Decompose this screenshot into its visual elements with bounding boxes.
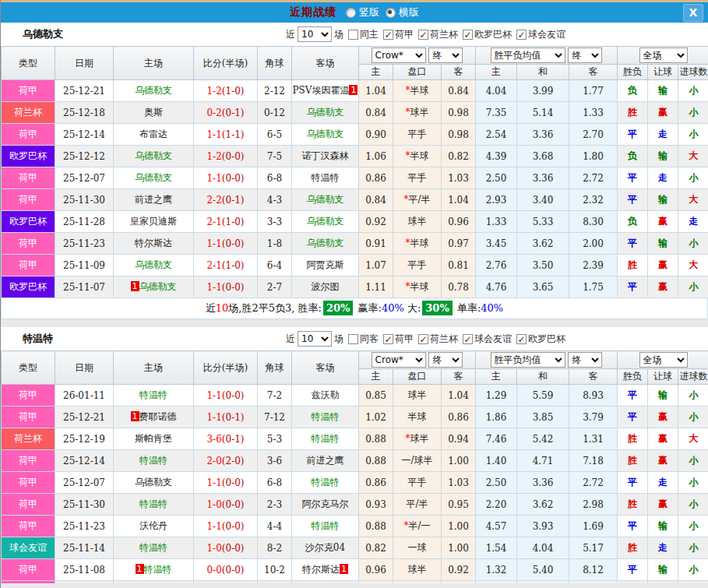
goals-result-cell: 小 bbox=[678, 385, 708, 407]
league-filter-checkbox[interactable] bbox=[463, 334, 473, 344]
handicap-result-cell: 输 bbox=[648, 516, 678, 537]
score-cell: 2-1(1-0) bbox=[194, 211, 258, 233]
league-filter-checkbox[interactable] bbox=[418, 30, 428, 40]
same-venue-checkbox[interactable] bbox=[348, 30, 358, 40]
games-count-select[interactable]: 10 bbox=[298, 331, 332, 347]
match-scope-select[interactable]: 全场 bbox=[639, 352, 688, 368]
league-filter-label[interactable]: 荷甲 bbox=[395, 28, 414, 41]
mean-cell: 3.62 bbox=[517, 494, 569, 516]
handicap-result-cell: 赢 bbox=[648, 494, 678, 516]
col-header: 类型 bbox=[2, 351, 55, 385]
mean-cell: 2.54 bbox=[476, 124, 517, 146]
odds-source-select[interactable]: Crow* bbox=[372, 48, 426, 63]
goals-result-cell: 小 bbox=[678, 102, 708, 124]
horizontal-mode-label[interactable]: 横版 bbox=[399, 5, 419, 19]
match-scope-select[interactable]: 全场 bbox=[639, 48, 688, 63]
section-header: 特温特近10场同客荷甲荷兰杯球会友谊欧罗巴杯 bbox=[1, 327, 708, 350]
mean-cell: 3.62 bbox=[517, 233, 569, 255]
odds-source-select[interactable]: Crow* bbox=[372, 352, 426, 368]
close-icon[interactable]: X bbox=[683, 4, 703, 22]
goals-result-cell: 大 bbox=[678, 189, 708, 211]
result-cell: 平 bbox=[618, 516, 648, 537]
sub-col-header: 主 bbox=[476, 369, 517, 385]
handicap-result-cell: 输 bbox=[648, 385, 678, 407]
mean-final-select[interactable]: 终 bbox=[568, 352, 602, 368]
goals-result-cell: 小 bbox=[678, 472, 708, 494]
same-venue-checkbox[interactable] bbox=[348, 334, 358, 344]
away-team-cell: 特温特 bbox=[292, 407, 359, 428]
corners-cell: 2-12 bbox=[258, 80, 292, 102]
league-filter-checkbox[interactable] bbox=[383, 30, 393, 40]
league-filter-label[interactable]: 荷兰杯 bbox=[430, 28, 458, 41]
mean-cell: 2.39 bbox=[569, 255, 618, 276]
goals-result-cell: 小 bbox=[678, 167, 708, 189]
sub-col-header: 让球 bbox=[648, 369, 678, 385]
team-name: 奥斯 bbox=[144, 107, 163, 118]
date-cell: 25-12-21 bbox=[55, 80, 114, 102]
home-team-cell: 布雷达 bbox=[114, 124, 194, 146]
league-filter-label[interactable]: 欧罗巴杯 bbox=[528, 333, 565, 346]
section-divider bbox=[1, 319, 708, 327]
horizontal-mode-radio[interactable] bbox=[386, 8, 396, 18]
team-name: 乌德勒支 bbox=[135, 259, 172, 270]
corners-cell: 7-5 bbox=[258, 146, 292, 167]
mean-type-select[interactable]: 胜平负均值 bbox=[491, 352, 565, 368]
result-cell: 平 bbox=[618, 167, 648, 189]
odds-away-cell: 1.00 bbox=[442, 450, 476, 472]
team-name: 诺丁汉森林 bbox=[302, 150, 349, 161]
section-header: 乌德勒支近10场同主荷甲荷兰杯欧罗巴杯球会友谊 bbox=[1, 23, 708, 46]
mean-type-select[interactable]: 胜平负均值 bbox=[491, 48, 565, 63]
corners-cell: 5-3 bbox=[258, 428, 292, 450]
vertical-mode-radio[interactable] bbox=[346, 8, 356, 18]
team-name: 前进之鹰 bbox=[135, 194, 172, 205]
league-filter-checkbox[interactable] bbox=[516, 334, 527, 344]
date-cell: 25-12-07 bbox=[55, 472, 114, 494]
score-cell: 3-6(0-1) bbox=[194, 428, 258, 450]
league-badge: 荷甲 bbox=[2, 494, 55, 516]
table-row: 荷甲25-11-23沃伦丹1-1(0-0)4-4特温特0.88*半/一1.004… bbox=[2, 516, 708, 537]
team-name: PSV埃因霍温 bbox=[293, 85, 350, 96]
mean-cell: 8.12 bbox=[569, 559, 618, 581]
same-venue-label[interactable]: 同主 bbox=[360, 28, 379, 41]
league-filter-label[interactable]: 球会友谊 bbox=[528, 28, 565, 41]
league-filter-label[interactable]: 荷甲 bbox=[395, 333, 414, 346]
away-team-cell: 乌德勒支 bbox=[292, 124, 359, 146]
mean-final-select[interactable]: 终 bbox=[568, 48, 602, 63]
table-row: 欧罗巴杯25-11-071乌德勒支1-1(0-0)2-7波尔图1.11*半球0.… bbox=[2, 276, 708, 298]
league-badge: 荷兰杯 bbox=[2, 102, 55, 124]
result-cell: 负 bbox=[618, 80, 648, 102]
handicap-text: 球半 bbox=[408, 389, 427, 400]
date-cell: 25-12-12 bbox=[55, 146, 114, 167]
mean-cell: 3.65 bbox=[517, 276, 569, 298]
league-filter-checkbox[interactable] bbox=[383, 334, 393, 344]
summary-segment: 40% bbox=[481, 302, 503, 314]
team-name: 特温特 bbox=[139, 455, 167, 466]
league-filter-label[interactable]: 荷兰杯 bbox=[430, 333, 458, 346]
games-count-select[interactable]: 10 bbox=[298, 26, 332, 42]
odds-away-cell: 1.00 bbox=[442, 516, 476, 537]
vertical-mode-label[interactable]: 竖版 bbox=[359, 5, 379, 19]
home-team-cell: 皇家贝迪斯 bbox=[114, 211, 194, 233]
league-filter-checkbox[interactable] bbox=[516, 30, 527, 40]
mean-cell: 2.93 bbox=[476, 189, 517, 211]
odds-away-cell: 0.86 bbox=[442, 407, 476, 428]
odds-final-select[interactable]: 终 bbox=[428, 48, 463, 63]
corners-cell: 6-8 bbox=[258, 167, 292, 189]
date-cell: 25-11-09 bbox=[55, 255, 114, 276]
odds-line-cell: *半球 bbox=[393, 233, 442, 255]
league-filter-label[interactable]: 球会友谊 bbox=[474, 333, 512, 346]
team-section-1: 特温特近10场同客荷甲荷兰杯球会友谊欧罗巴杯类型日期主场比分(半场)角球客场Cr… bbox=[1, 327, 708, 588]
odds-final-select[interactable]: 终 bbox=[428, 352, 463, 368]
same-venue-label[interactable]: 同客 bbox=[360, 333, 379, 346]
team-name: 斯帕肯堡 bbox=[135, 433, 172, 444]
mean-cell: 5.17 bbox=[569, 537, 618, 559]
league-filter-checkbox[interactable] bbox=[463, 30, 473, 40]
league-filter-label[interactable]: 欧罗巴杯 bbox=[474, 28, 512, 41]
home-team-cell: 特温特 bbox=[114, 494, 194, 516]
odds-line-cell: 球半 bbox=[393, 559, 442, 581]
mean-cell: 5.42 bbox=[517, 428, 569, 450]
home-team-cell: 乌德勒支 bbox=[114, 146, 194, 167]
mean-cell: 2.76 bbox=[476, 255, 517, 276]
league-filter-checkbox[interactable] bbox=[418, 334, 428, 344]
odds-away-cell: 0.98 bbox=[442, 102, 476, 124]
